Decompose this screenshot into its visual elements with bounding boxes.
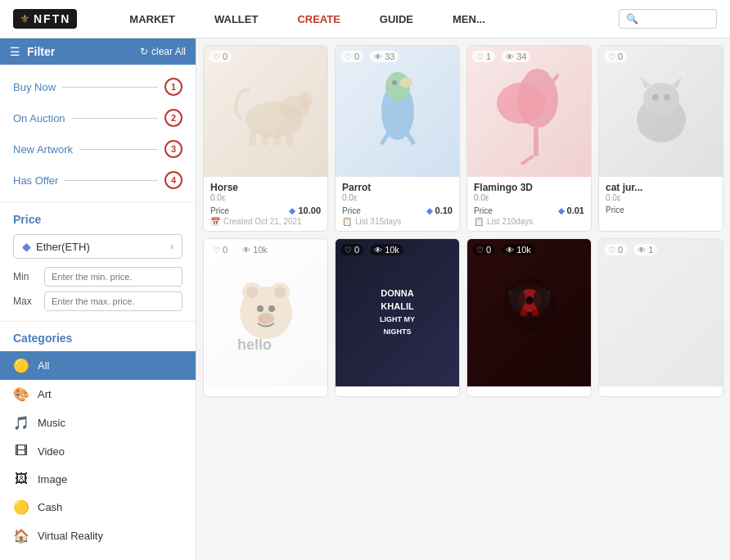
filter-on-auction[interactable]: On Auction 2: [0, 102, 196, 133]
svg-rect-4: [262, 132, 268, 146]
nft-footer-parrot: 📋 List 315days: [342, 217, 453, 226]
svg-point-38: [520, 309, 527, 316]
currency-selector[interactable]: ◆ Ether(ETH) ›: [13, 234, 182, 259]
filter-line-2: [72, 118, 158, 119]
parrot-illustration: [365, 66, 430, 156]
heart-icon-4: ♡: [608, 52, 615, 61]
price-min-row: Min: [13, 267, 182, 287]
filter-new-artwork[interactable]: New Artwork 3: [0, 133, 196, 165]
filter-line-1: [62, 87, 158, 88]
logo[interactable]: ⚜ NFTN: [13, 9, 77, 29]
like-stat-2: ♡0: [340, 51, 363, 62]
flamingo-illustration: [489, 58, 570, 165]
category-video[interactable]: 🎞 Video: [0, 437, 196, 465]
category-all[interactable]: 🟡 All: [0, 351, 196, 380]
nft-creator-parrot: 0.0ε: [342, 193, 453, 202]
min-price-input[interactable]: [44, 267, 182, 287]
nft-creator: 0.0ε: [210, 193, 321, 202]
filter-line-4: [65, 180, 158, 181]
svg-point-12: [497, 83, 546, 124]
svg-point-24: [246, 287, 258, 298]
category-all-icon: 🟡: [13, 358, 29, 373]
min-label: Min: [13, 271, 38, 282]
nft-card-parrot[interactable]: ♡0 👁33 Parrot 0.0ε: [335, 45, 460, 232]
eth-diamond-icon: ◆: [22, 240, 31, 253]
content-area: ♡0 Horse 0.0ε: [196, 38, 730, 560]
nav-wallet[interactable]: WALLET: [195, 0, 277, 38]
svg-point-39: [532, 309, 538, 316]
category-image[interactable]: 🖼 Image: [0, 465, 196, 493]
nft-card-horse[interactable]: ♡0 Horse 0.0ε: [203, 45, 328, 232]
nft-card-cat[interactable]: ♡0 cat jur... 0.0ε Price: [598, 45, 723, 232]
svg-point-26: [257, 305, 264, 312]
category-vr[interactable]: 🏠 Virtual Reality: [0, 522, 196, 550]
filter-buy-now[interactable]: Buy Now 1: [0, 71, 196, 102]
nft-footer-flamingo: 📋 List 210days: [474, 217, 584, 226]
nft-card-body-last: [599, 386, 723, 396]
heart-icon-6: ♡: [345, 246, 352, 255]
category-cash-label: Cash: [38, 501, 62, 513]
category-image-label: Image: [38, 473, 67, 485]
price-max-row: Max: [13, 291, 182, 311]
nft-card-flamingo[interactable]: ♡1 👁34 Flamingo 3D 0.0ε: [466, 45, 592, 232]
filter-on-auction-label: On Auction: [13, 112, 65, 124]
nft-grid: ♡0 Horse 0.0ε: [203, 45, 723, 397]
price-label-cat: Price: [606, 205, 624, 215]
calendar-icon: 📅: [210, 217, 220, 226]
svg-point-19: [652, 94, 659, 101]
price-val-flamingo: ◆ 0.01: [558, 205, 584, 215]
svg-point-16: [643, 83, 679, 115]
nft-card-body-horse: Horse 0.0ε Price ◆ 10.00 📅 Created Oct 2…: [204, 177, 327, 231]
heart-icon-5: ♡: [213, 246, 220, 255]
category-art[interactable]: 🎨 Art: [0, 380, 196, 409]
filter-has-offer-label: Has Offer: [13, 174, 58, 187]
price-label: Price: [210, 206, 229, 215]
nav-links: MARKET WALLET CREATE GUIDE MEN...: [110, 0, 504, 38]
nft-name: Horse: [210, 182, 321, 193]
svg-point-37: [534, 287, 550, 310]
card-stats-5: ♡0 👁10k: [209, 244, 272, 255]
eth-icon-flamingo: ◆: [558, 206, 565, 215]
heart-icon-7: ♡: [476, 246, 484, 255]
svg-rect-6: [286, 132, 293, 146]
nft-card-img-parrot: ♡0 👁33: [336, 46, 459, 177]
nft-card-last[interactable]: ♡0 👁1: [598, 238, 723, 397]
main-layout: ☰ Filter ↻ clear All Buy Now 1 On Auctio…: [0, 38, 730, 560]
nav-guide[interactable]: GUIDE: [360, 0, 433, 38]
category-cash[interactable]: 🟡 Cash: [0, 493, 196, 522]
nft-card-hello[interactable]: ♡0 👁10k hello: [203, 238, 328, 397]
category-video-icon: 🎞: [13, 444, 29, 458]
price-title: Price: [13, 213, 182, 226]
svg-point-20: [664, 94, 670, 101]
logo-text: NFTN: [34, 12, 70, 25]
bear-illustration: hello: [229, 268, 303, 358]
search-box[interactable]: 🔍: [619, 9, 717, 29]
card-stats-6: ♡0 👁10k: [340, 244, 403, 255]
card-stats-7: ♡0 👁10k: [472, 244, 535, 255]
nft-card-donna[interactable]: ♡0 👁10k DONNAKHALILLIGHT MYNIGHTS: [335, 238, 460, 397]
filter-items: Buy Now 1 On Auction 2 New Artwork 3 Has…: [0, 65, 196, 203]
sidebar-header: ☰ Filter ↻ clear All: [0, 38, 196, 65]
nft-price-row-parrot: Price ◆ 0.10: [342, 205, 453, 215]
eye-icon-6: 👁: [374, 246, 382, 255]
filter-label: Filter: [27, 45, 55, 58]
category-music[interactable]: 🎵 Music: [0, 409, 196, 437]
horse-illustration: [217, 70, 315, 152]
category-image-icon: 🖼: [13, 472, 29, 486]
svg-point-9: [399, 78, 412, 88]
nav-menu[interactable]: MEN...: [433, 0, 505, 38]
price-label-flamingo: Price: [474, 206, 493, 215]
navbar: ⚜ NFTN MARKET WALLET CREATE GUIDE MEN...…: [0, 0, 730, 38]
max-price-input[interactable]: [44, 291, 182, 311]
category-vr-label: Virtual Reality: [38, 530, 103, 542]
nft-card-dj[interactable]: ♡0 👁10k: [466, 238, 592, 397]
nav-create[interactable]: CREATE: [277, 0, 359, 38]
svg-marker-18: [672, 77, 682, 88]
view-stat-7: 👁10k: [502, 244, 535, 255]
currency-text: Ether(ETH): [36, 241, 90, 253]
clear-all-button[interactable]: ↻ clear All: [140, 46, 186, 57]
filter-icon: ☰: [10, 45, 20, 58]
search-input[interactable]: [638, 13, 712, 25]
filter-has-offer[interactable]: Has Offer 4: [0, 165, 196, 196]
nav-market[interactable]: MARKET: [110, 0, 195, 38]
